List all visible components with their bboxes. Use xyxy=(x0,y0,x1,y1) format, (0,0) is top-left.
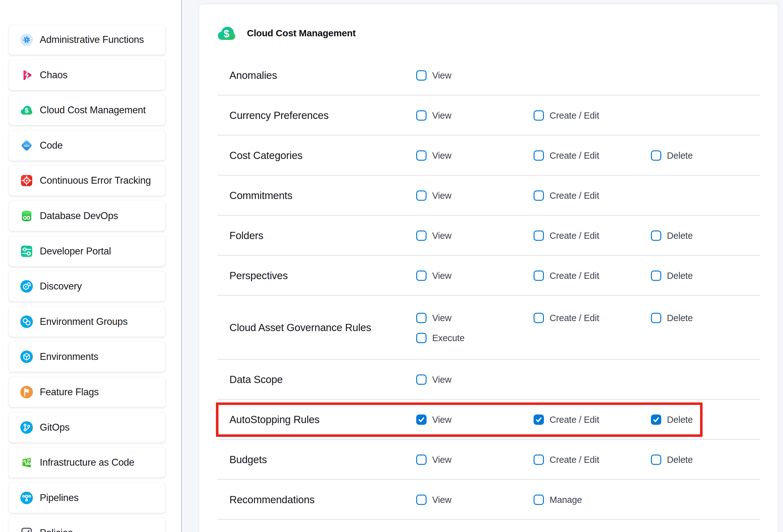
resource-label: Data Scope xyxy=(229,374,283,385)
environment-groups-icon xyxy=(20,315,33,328)
permission-rows: AnomaliesViewCurrency PreferencesViewCre… xyxy=(199,55,778,532)
permission-recommendations-manage: Manage xyxy=(534,495,582,505)
svg-text:</>: </> xyxy=(24,144,29,148)
sidebar-item-developer-portal[interactable]: Developer Portal xyxy=(9,236,165,266)
checkbox-budgets-view[interactable] xyxy=(416,455,427,465)
permission-currency-preferences-create-edit: Create / Edit xyxy=(534,111,599,121)
checkbox-perspectives-view[interactable] xyxy=(416,271,427,281)
sidebar: Administrative Functions Chaos $Cloud Co… xyxy=(0,0,181,532)
permission-cloud-asset-governance-rules-create-edit: Create / Edit xyxy=(534,313,599,323)
permission-label: View xyxy=(432,271,451,281)
checkbox-autostopping-rules-view[interactable] xyxy=(416,415,427,425)
sidebar-item-label: Discovery xyxy=(40,281,82,292)
sidebar-item-pipelines[interactable]: Pipelines xyxy=(9,483,165,513)
permission-label: Create / Edit xyxy=(550,271,599,281)
checkbox-commitments-view[interactable] xyxy=(416,191,427,201)
permission-perspectives-create-edit: Create / Edit xyxy=(534,271,599,281)
checkbox-recommendations-view[interactable] xyxy=(416,495,427,505)
svg-text:$: $ xyxy=(25,106,29,114)
checkbox-commitments-create-edit[interactable] xyxy=(534,191,544,201)
checkbox-cost-categories-delete[interactable] xyxy=(651,151,661,161)
checkbox-folders-create-edit[interactable] xyxy=(534,231,544,241)
checkbox-cost-categories-view[interactable] xyxy=(416,151,427,161)
checkbox-autostopping-rules-delete[interactable] xyxy=(651,415,661,425)
permission-cloud-asset-governance-rules-view: View xyxy=(416,313,451,323)
permission-label: Delete xyxy=(667,271,693,281)
checkbox-anomalies-view[interactable] xyxy=(416,70,427,81)
permission-label: View xyxy=(432,313,451,323)
sidebar-item-chaos[interactable]: Chaos xyxy=(9,60,165,90)
checkbox-cloud-asset-governance-rules-execute[interactable] xyxy=(416,333,427,343)
permission-row-currency-preferences: Currency PreferencesViewCreate / Edit xyxy=(199,95,778,135)
resource-label: Anomalies xyxy=(229,69,277,81)
sidebar-item-label: Chaos xyxy=(40,69,68,81)
checkbox-autostopping-rules-create-edit[interactable] xyxy=(534,415,544,425)
sidebar-item-environment-groups[interactable]: Environment Groups xyxy=(9,307,165,337)
checkbox-cloud-asset-governance-rules-delete[interactable] xyxy=(651,313,661,323)
sidebar-item-policies[interactable]: Policies xyxy=(9,518,165,532)
chaos-pinwheel-icon xyxy=(20,69,33,81)
permission-label: Create / Edit xyxy=(550,231,599,241)
sidebar-item-label: Environment Groups xyxy=(40,316,128,327)
sidebar-item-code[interactable]: </>Code xyxy=(9,130,165,160)
sidebar-item-label: Cloud Cost Management xyxy=(40,104,146,116)
permission-label: Delete xyxy=(667,415,693,425)
resource-label: Commitments xyxy=(229,190,292,201)
checkbox-currency-preferences-create-edit[interactable] xyxy=(534,111,544,121)
sidebar-item-database-devops[interactable]: Database DevOps xyxy=(9,201,165,231)
resource-label: AutoStopping Rules xyxy=(229,414,319,426)
permission-data-scope-view: View xyxy=(416,375,451,385)
permission-label: View xyxy=(432,231,451,241)
permission-perspectives-delete: Delete xyxy=(651,271,693,281)
permission-autostopping-rules-create-edit: Create / Edit xyxy=(534,415,599,425)
panel-header: $ Cloud Cost Management xyxy=(199,4,778,55)
sidebar-item-continuous-error-tracking[interactable]: Continuous Error Tracking xyxy=(9,165,165,196)
checkbox-budgets-create-edit[interactable] xyxy=(534,455,544,465)
checkbox-recommendations-manage[interactable] xyxy=(534,495,544,505)
permission-budgets-create-edit: Create / Edit xyxy=(534,455,599,465)
sidebar-item-label: Feature Flags xyxy=(40,386,99,398)
sidebar-item-label: Code xyxy=(40,140,63,151)
sidebar-item-infrastructure-as-code[interactable]: Infrastructure as Code xyxy=(9,447,165,477)
permission-label: View xyxy=(432,111,451,121)
permission-commitments-create-edit: Create / Edit xyxy=(534,191,599,201)
permission-recommendations-view: View xyxy=(416,495,451,505)
permission-row-recommendations: RecommendationsViewManage xyxy=(199,480,778,520)
sidebar-item-label: Environments xyxy=(40,351,98,363)
resource-label: Cost Categories xyxy=(229,150,303,161)
permission-autostopping-rules-delete: Delete xyxy=(651,415,693,425)
permission-row-anomalies: AnomaliesView xyxy=(199,55,778,95)
environments-cube-icon xyxy=(20,350,33,363)
policy-check-icon xyxy=(20,527,33,532)
sidebar-item-cloud-cost-management[interactable]: $Cloud Cost Management xyxy=(9,95,165,125)
checkbox-folders-view[interactable] xyxy=(416,231,427,241)
page: { "colors": { "accent": "#0278d5", "high… xyxy=(0,0,783,532)
checkbox-folders-delete[interactable] xyxy=(651,231,661,241)
sidebar-item-environments[interactable]: Environments xyxy=(9,342,165,372)
checkbox-cloud-asset-governance-rules-view[interactable] xyxy=(416,313,427,323)
checkbox-budgets-delete[interactable] xyxy=(651,455,661,465)
permission-folders-view: View xyxy=(416,231,451,241)
permissions-panel: $ Cloud Cost Management AnomaliesViewCur… xyxy=(199,4,778,532)
resource-label: Currency Preferences xyxy=(229,109,328,121)
sidebar-item-discovery[interactable]: Discovery xyxy=(9,271,165,301)
sidebar-item-gitops[interactable]: GitOps xyxy=(9,412,165,442)
checkbox-perspectives-delete[interactable] xyxy=(651,271,661,281)
permission-label: Create / Edit xyxy=(550,455,599,465)
permission-cost-categories-delete: Delete xyxy=(651,151,693,161)
cloud-dollar-icon: $ xyxy=(20,104,33,117)
resource-label: Cloud Asset Governance Rules xyxy=(229,322,371,334)
checkbox-cloud-asset-governance-rules-create-edit[interactable] xyxy=(534,313,544,323)
checkbox-perspectives-create-edit[interactable] xyxy=(534,271,544,281)
sidebar-item-feature-flags[interactable]: Feature Flags xyxy=(9,377,165,407)
sidebar-item-label: GitOps xyxy=(40,422,69,433)
checkbox-currency-preferences-view[interactable] xyxy=(416,111,427,121)
permission-row-perspectives: PerspectivesViewCreate / EditDelete xyxy=(199,256,778,296)
svg-text:$: $ xyxy=(224,28,229,39)
checkbox-data-scope-view[interactable] xyxy=(416,375,427,385)
partial-row xyxy=(199,520,778,532)
discovery-icon xyxy=(20,280,33,292)
permission-label: Create / Edit xyxy=(550,313,599,323)
checkbox-cost-categories-create-edit[interactable] xyxy=(534,151,544,161)
sidebar-item-administrative-functions[interactable]: Administrative Functions xyxy=(9,25,165,55)
